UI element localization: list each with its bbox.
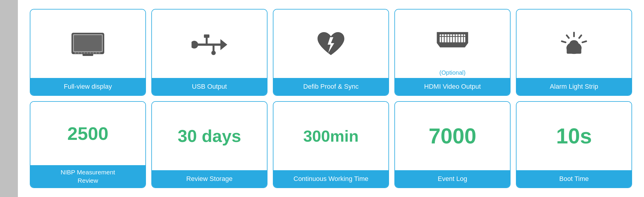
hdmi-label: HDMI Video Output (395, 78, 510, 95)
monitor-icon (70, 31, 106, 58)
svg-point-34 (570, 40, 578, 47)
card-event-log: 7000 Event Log (394, 101, 511, 188)
svg-rect-12 (98, 52, 100, 54)
svg-point-14 (192, 41, 198, 49)
svg-line-38 (562, 41, 566, 43)
full-view-label: Full-view display (30, 78, 145, 95)
defib-icon-area (273, 10, 388, 78)
svg-rect-7 (83, 52, 85, 54)
card-nibp: 2500 NIBP Measurement Review (30, 101, 146, 188)
nibp-label-text: NIBP Measurement Review (61, 168, 115, 185)
card-full-view-display: Full-view display (30, 9, 146, 96)
full-view-icon-area (30, 10, 145, 78)
hdmi-optional-text: (Optional) (395, 68, 510, 78)
svg-point-19 (211, 51, 216, 55)
storage-value-area: 30 days (152, 102, 267, 170)
card-defib: Defib Proof & Sync (273, 9, 389, 96)
usb-label: USB Output (152, 78, 267, 95)
working-value: 300min (303, 128, 359, 144)
card-review-storage: 30 days Review Storage (151, 101, 267, 188)
storage-value: 30 days (178, 127, 241, 145)
card-alarm: Alarm Light Strip (516, 9, 632, 96)
eventlog-value-area: 7000 (395, 102, 510, 170)
grid-container: Full-view display (18, 0, 644, 197)
svg-line-37 (579, 35, 581, 38)
svg-line-36 (567, 35, 569, 38)
svg-rect-4 (74, 52, 77, 54)
defib-label: Defib Proof & Sync (273, 78, 388, 95)
svg-rect-8 (86, 52, 88, 54)
svg-rect-17 (204, 35, 209, 38)
boot-value-area: 10s (517, 102, 631, 170)
card-hdmi: (Optional) HDMI Video Output (394, 9, 511, 96)
hdmi-icon (435, 27, 470, 52)
alarm-icon-area (517, 10, 631, 78)
page-wrapper: Full-view display (0, 0, 644, 197)
card-working-time: 300min Continuous Working Time (273, 101, 389, 188)
svg-rect-9 (89, 52, 91, 54)
nibp-value: 2500 (67, 124, 108, 143)
working-label: Continuous Working Time (273, 170, 388, 187)
boot-value: 10s (556, 125, 592, 147)
eventlog-label: Event Log (395, 170, 510, 187)
svg-marker-15 (220, 39, 227, 50)
working-value-area: 300min (273, 102, 388, 170)
usb-icon (192, 31, 227, 58)
nibp-label: NIBP Measurement Review (30, 165, 145, 187)
card-usb-output: USB Output (151, 9, 267, 96)
svg-rect-3 (83, 54, 93, 56)
svg-rect-11 (95, 52, 97, 54)
svg-rect-10 (92, 52, 94, 54)
svg-rect-6 (80, 52, 83, 54)
usb-icon-area (152, 10, 267, 78)
left-bar (0, 0, 18, 197)
alarm-light-icon (559, 30, 589, 60)
eventlog-value: 7000 (429, 125, 476, 147)
defib-icon (315, 30, 347, 60)
storage-label: Review Storage (152, 170, 267, 187)
svg-line-39 (582, 41, 586, 43)
svg-rect-5 (77, 52, 80, 54)
alarm-label: Alarm Light Strip (517, 78, 631, 95)
hdmi-icon-area (395, 10, 510, 68)
card-boot-time: 10s Boot Time (516, 101, 632, 188)
boot-label: Boot Time (517, 170, 631, 187)
nibp-value-area: 2500 (30, 102, 145, 165)
svg-rect-2 (74, 35, 102, 51)
